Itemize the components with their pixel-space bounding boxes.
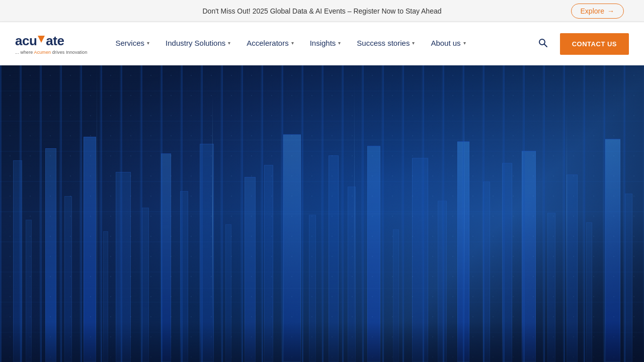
chevron-accelerators-icon: ▾ xyxy=(291,40,294,46)
chevron-about-icon: ▾ xyxy=(463,40,466,46)
nav-label-success-stories: Success stories xyxy=(357,39,410,47)
chevron-insights-icon: ▾ xyxy=(338,40,341,46)
glow-lines xyxy=(0,65,644,362)
chevron-services-icon: ▾ xyxy=(147,40,149,46)
nav-item-about-us[interactable]: About us ▾ xyxy=(423,22,473,65)
nav-label-industry-solutions: Industry Solutions xyxy=(166,39,225,47)
announcement-text: Don't Miss Out! 2025 Global Data & AI Ev… xyxy=(202,7,441,15)
particle-overlay xyxy=(0,65,644,362)
nav-label-services: Services xyxy=(116,39,145,47)
hero-background xyxy=(0,65,644,362)
hero-bottom-fade xyxy=(0,322,644,362)
nav-item-industry-solutions[interactable]: Industry Solutions ▾ xyxy=(157,22,238,65)
svg-marker-0 xyxy=(38,36,45,43)
chevron-success-icon: ▾ xyxy=(412,40,415,46)
arrow-icon: → xyxy=(607,7,614,15)
explore-label: Explore xyxy=(581,7,604,15)
nav-label-insights: Insights xyxy=(310,39,336,47)
search-icon xyxy=(538,38,548,48)
nav-item-insights[interactable]: Insights ▾ xyxy=(302,22,349,65)
logo-text-acu: acu xyxy=(15,33,37,49)
chevron-industry-icon: ▾ xyxy=(228,40,230,46)
hero-overlay xyxy=(0,65,644,362)
nav-item-accelerators[interactable]: Accelerators ▾ xyxy=(238,22,301,65)
logo-v-icon xyxy=(38,36,45,44)
navbar: acu ate ... where Acumen drives Innovati… xyxy=(0,22,644,65)
logo-text-ate: ate xyxy=(46,33,64,49)
contact-us-button[interactable]: CONTACT US xyxy=(560,33,629,55)
explore-button[interactable]: Explore → xyxy=(571,4,624,19)
logo[interactable]: acu ate ... where Acumen drives Innovati… xyxy=(15,33,88,55)
nav-item-success-stories[interactable]: Success stories ▾ xyxy=(349,22,423,65)
contact-us-label: CONTACT US xyxy=(572,40,617,48)
hero-buildings xyxy=(0,125,644,362)
svg-line-2 xyxy=(544,44,547,47)
nav-label-about-us: About us xyxy=(431,39,460,47)
search-button[interactable] xyxy=(534,34,552,54)
nav-right: CONTACT US xyxy=(534,33,629,55)
hero-section xyxy=(0,65,644,362)
nav-label-accelerators: Accelerators xyxy=(247,39,288,47)
announcement-bar: Don't Miss Out! 2025 Global Data & AI Ev… xyxy=(0,0,644,22)
logo-mark: acu ate xyxy=(15,33,64,49)
logo-tagline: ... where Acumen drives Innovation xyxy=(15,50,88,55)
nav-item-services[interactable]: Services ▾ xyxy=(108,22,158,65)
